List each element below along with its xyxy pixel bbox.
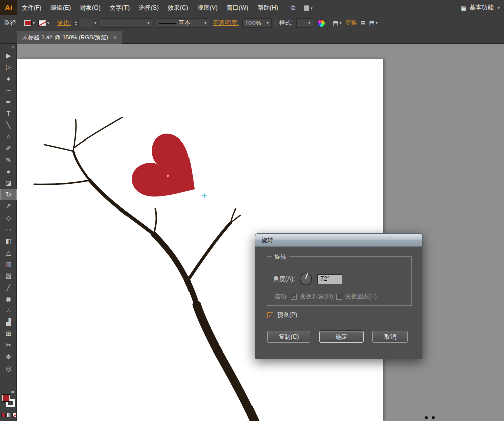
fill-stroke-indicator[interactable]: ⇄ — [0, 393, 17, 410]
tab-close-icon[interactable]: × — [113, 34, 117, 41]
menu-edit[interactable]: 编辑(E) — [46, 0, 75, 15]
more-options-dropdown[interactable]: ▤ ▾ — [369, 20, 377, 27]
chevron-down-icon: ▾ — [47, 21, 49, 25]
panel-icon: ▤ — [369, 20, 374, 27]
tool-icon: ✂ — [6, 341, 11, 349]
tool-icon: ⊞ — [6, 330, 11, 337]
pen-tool[interactable]: ✒ — [0, 96, 17, 108]
tool-icon: ▦ — [5, 260, 11, 268]
artboard-tool[interactable]: ⊞ — [0, 328, 17, 339]
rotate-dialog-titlebar[interactable]: 旋转 — [255, 234, 422, 247]
heart-center-point — [167, 175, 169, 177]
chevron-down-icon: ▾ — [308, 21, 310, 25]
symbol-sprayer-tool[interactable]: ∴ — [0, 305, 17, 316]
shape-builder-tool[interactable]: ◧ — [0, 235, 17, 247]
tool-icon: ✒ — [6, 98, 11, 106]
paintbrush-tool[interactable]: ✐ — [0, 143, 17, 154]
context-label: 路径 — [4, 19, 16, 27]
style-dropdown[interactable]: ▾ — [296, 18, 313, 28]
column-graph-tool[interactable]: ▟ — [0, 316, 17, 328]
menu-view[interactable]: 视图(V) — [193, 0, 222, 15]
mesh-tool[interactable]: ▦ — [0, 258, 17, 270]
color-mode-button[interactable] — [1, 413, 6, 417]
opacity-label[interactable]: 不透明度: — [213, 19, 238, 27]
blob-brush-tool[interactable]: ● — [0, 166, 17, 177]
gradient-tool[interactable]: ▧ — [0, 270, 17, 282]
preview-checkbox[interactable]: ✓ — [267, 312, 273, 318]
swap-fill-stroke-icon[interactable]: ⇄ — [11, 390, 15, 394]
angle-dial[interactable] — [299, 272, 312, 286]
tool-icon: ⇗ — [6, 202, 11, 210]
perspective-grid-tool[interactable]: △ — [0, 247, 17, 258]
rotate-group-label: 旋转 — [272, 253, 289, 261]
rotate-tool[interactable]: ↻ — [0, 189, 17, 200]
pencil-tool[interactable]: ✎ — [0, 154, 17, 166]
workspace-switcher[interactable]: ▦ 基本功能 ▾ — [461, 3, 500, 12]
slice-tool[interactable]: ✂ — [0, 339, 17, 351]
opacity-value: 100% — [245, 20, 261, 27]
width-tool[interactable]: ◇ — [0, 212, 17, 224]
branch-artwork[interactable] — [34, 117, 255, 421]
magic-wand-tool[interactable]: ✶ — [0, 73, 17, 85]
color-mode-buttons — [1, 413, 17, 417]
copy-button[interactable]: 复制(C) — [267, 331, 310, 343]
eraser-tool[interactable]: ◪ — [0, 177, 17, 189]
line-segment-tool[interactable]: ╲ — [0, 119, 17, 131]
menu-object[interactable]: 对象(O) — [75, 0, 105, 15]
opacity-dropdown[interactable]: 100% ▾ — [242, 18, 272, 28]
recolor-artwork-icon[interactable] — [317, 19, 325, 27]
rotate-dialog-title: 旋转 — [261, 237, 273, 244]
fill-color-picker[interactable]: ▾ — [24, 20, 35, 26]
menu-type[interactable]: 文字(T) — [105, 0, 134, 15]
stroke-weight-label[interactable]: 描边: — [57, 19, 71, 27]
menu-effect[interactable]: 效果(C) — [163, 0, 193, 15]
ellipse-tool[interactable]: ○ — [0, 131, 17, 143]
free-transform-tool[interactable]: ▭ — [0, 224, 17, 235]
tool-icon: ▭ — [5, 226, 11, 233]
transform-grid-icon[interactable]: ⊞ — [360, 20, 365, 27]
stroke-color-picker[interactable]: ▾ — [38, 20, 49, 26]
separator — [275, 18, 276, 28]
angle-input[interactable] — [317, 274, 342, 284]
tool-icon: ◉ — [6, 295, 11, 303]
eyedropper-tool[interactable]: ╱ — [0, 282, 17, 293]
transform-label[interactable]: 变换 — [345, 19, 357, 27]
spinner-arrows-icon[interactable]: ▲▼ — [74, 20, 77, 26]
type-tool[interactable]: T — [0, 108, 17, 119]
hand-tool[interactable]: ✥ — [0, 351, 17, 363]
selection-tool[interactable]: ▶ — [0, 50, 17, 61]
heart-artwork[interactable] — [125, 128, 213, 218]
arrange-documents-icon[interactable]: ▦▾ — [303, 4, 313, 11]
canvas[interactable] — [17, 44, 504, 421]
stroke-line-preview — [159, 23, 176, 24]
variable-width-profile-dropdown[interactable]: ▾ — [100, 18, 152, 28]
scale-tool[interactable]: ⇗ — [0, 200, 17, 212]
transform-pattern-checkbox[interactable] — [336, 294, 342, 300]
toolbar-collapse-button[interactable]: » — [0, 44, 16, 50]
menu-select[interactable]: 选择(S) — [134, 0, 163, 15]
rotate-dialog-body: 旋转 角度(A): 选项: ✓ 变换对象(O) 变换图案(T) — [255, 247, 422, 359]
fill-color-box[interactable] — [2, 394, 10, 402]
transform-object-checkbox[interactable]: ✓ — [291, 294, 297, 300]
menu-window[interactable]: 窗口(W) — [222, 0, 253, 15]
gradient-mode-button[interactable] — [7, 413, 11, 417]
direct-selection-tool[interactable]: ▷ — [0, 61, 17, 73]
chevron-down-icon: ▾ — [497, 5, 500, 10]
zoom-tool[interactable]: ◎ — [0, 363, 17, 374]
stroke-weight-stepper[interactable]: ▲▼ ▾ — [74, 19, 96, 27]
selection-anchor[interactable] — [202, 193, 207, 198]
document-tab[interactable]: 未标题-1.ai* @ 150% (RGB/预览) × — [17, 31, 122, 44]
brush-definition-dropdown[interactable]: 基本 ▾ — [156, 18, 209, 28]
ok-button[interactable]: 确定 — [319, 331, 364, 343]
menu-list: 文件(F)编辑(E)对象(O)文字(T)选择(S)效果(C)视图(V)窗口(W)… — [17, 0, 283, 15]
brush-definition-value: 基本 — [178, 19, 191, 27]
stroke-weight-input[interactable] — [78, 19, 93, 27]
menu-help[interactable]: 帮助(H) — [253, 0, 283, 15]
bridge-icon[interactable]: ⧉ — [291, 4, 295, 12]
align-dropdown[interactable]: ▤ ▾ — [333, 20, 341, 27]
menu-file[interactable]: 文件(F) — [17, 0, 46, 15]
none-mode-button[interactable] — [12, 413, 17, 417]
lasso-tool[interactable]: ∽ — [0, 85, 17, 96]
blend-tool[interactable]: ◉ — [0, 293, 17, 305]
cancel-button[interactable]: 取消 — [372, 331, 408, 343]
